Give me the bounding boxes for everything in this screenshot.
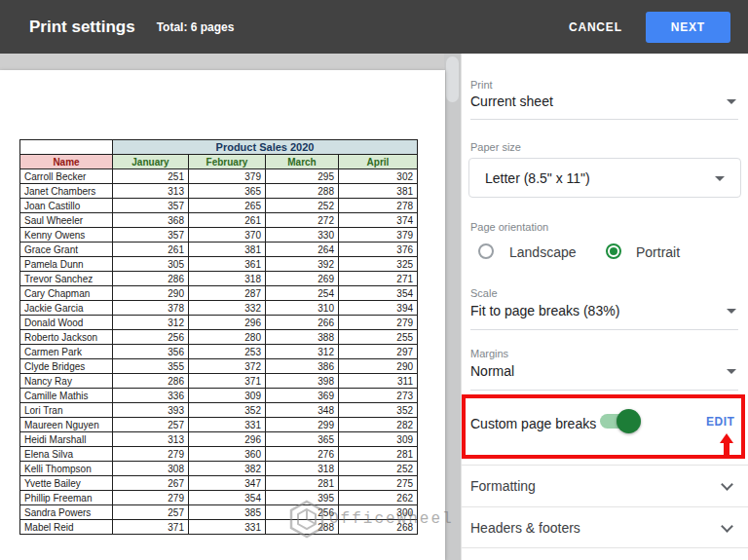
- headers-footers-section-header[interactable]: Headers & footers: [470, 520, 580, 536]
- table-row: Pamela Dunn305361392325: [20, 257, 418, 272]
- chevron-down-icon[interactable]: [727, 309, 736, 314]
- chevron-down-icon[interactable]: [727, 99, 736, 104]
- table-row: Sandra Powers257385256300: [20, 505, 418, 520]
- table-row: Yvette Bailey267347281275: [20, 476, 418, 491]
- custom-page-breaks-toggle[interactable]: [600, 414, 637, 429]
- table-row: Elena Silva279360276281: [20, 447, 418, 462]
- print-settings-panel: Print Current sheet Paper size Letter (8…: [461, 54, 748, 560]
- margins-dropdown[interactable]: Normal: [470, 363, 514, 379]
- row-value-cell: 296: [189, 316, 266, 330]
- row-value-cell: 273: [339, 389, 418, 403]
- row-value-cell: 251: [113, 169, 189, 184]
- row-name-cell: Carroll Becker: [20, 169, 113, 184]
- portrait-label[interactable]: Portrait: [636, 244, 680, 260]
- row-value-cell: 257: [113, 505, 189, 520]
- page-title: Print settings: [29, 18, 135, 37]
- row-value-cell: 276: [266, 447, 339, 462]
- row-value-cell: 279: [113, 447, 189, 462]
- row-name-cell: Heidi Marshall: [20, 432, 113, 447]
- landscape-radio[interactable]: [478, 243, 494, 259]
- row-value-cell: 255: [339, 330, 418, 345]
- spreadsheet-preview-table: Product Sales 2020 Name January February…: [19, 139, 418, 535]
- edit-page-breaks-link[interactable]: EDIT: [706, 415, 734, 429]
- formatting-section-header[interactable]: Formatting: [470, 478, 536, 494]
- row-value-cell: 381: [339, 184, 418, 199]
- row-value-cell: 318: [189, 272, 266, 286]
- row-value-cell: 300: [339, 505, 418, 520]
- print-dropdown[interactable]: Current sheet: [470, 93, 553, 109]
- chevron-down-icon[interactable]: [721, 520, 733, 533]
- row-value-cell: 279: [339, 316, 418, 330]
- row-value-cell: 312: [266, 345, 339, 359]
- row-value-cell: 310: [266, 301, 339, 316]
- header-actions: CANCEL NEXT: [569, 12, 730, 43]
- column-header-name: Name: [20, 155, 113, 169]
- chevron-down-icon[interactable]: [727, 369, 736, 374]
- preview-scrollbar-thumb[interactable]: [446, 56, 459, 102]
- chevron-down-icon[interactable]: [721, 478, 733, 491]
- row-name-cell: Phillip Freeman: [20, 491, 113, 505]
- chevron-down-icon: [715, 176, 725, 181]
- row-value-cell: 398: [266, 374, 339, 389]
- empty-corner-cell: [20, 140, 113, 155]
- table-row: Janet Chambers313365288381: [20, 184, 418, 199]
- row-value-cell: 388: [266, 330, 339, 345]
- row-value-cell: 272: [266, 213, 339, 228]
- row-name-cell: Clyde Bridges: [20, 359, 113, 374]
- margins-label: Margins: [470, 348, 508, 359]
- row-name-cell: Donald Wood: [20, 316, 113, 330]
- table-row: Saul Wheeler368261272374: [20, 213, 418, 228]
- row-value-cell: 268: [339, 520, 418, 535]
- portrait-radio[interactable]: [606, 243, 621, 259]
- row-name-cell: Roberto Jackson: [20, 330, 113, 345]
- row-name-cell: Grace Grant: [20, 243, 113, 257]
- row-value-cell: 282: [339, 418, 418, 432]
- row-value-cell: 280: [189, 330, 266, 345]
- row-value-cell: 265: [189, 199, 266, 213]
- row-value-cell: 330: [266, 228, 339, 243]
- row-name-cell: Kenny Owens: [20, 228, 113, 243]
- row-value-cell: 379: [189, 169, 266, 184]
- row-name-cell: Carmen Park: [20, 345, 113, 359]
- row-value-cell: 354: [339, 286, 418, 301]
- row-value-cell: 378: [113, 301, 189, 316]
- table-row: Carroll Becker251379295302: [20, 169, 418, 184]
- landscape-label[interactable]: Landscape: [509, 244, 577, 260]
- row-value-cell: 267: [113, 476, 189, 491]
- table-row: Donald Wood312296266279: [20, 316, 418, 330]
- row-value-cell: 309: [339, 432, 418, 447]
- row-value-cell: 370: [189, 228, 266, 243]
- table-row: Roberto Jackson256280388255: [20, 330, 418, 345]
- scale-dropdown[interactable]: Fit to page breaks (83%): [470, 303, 619, 318]
- row-value-cell: 299: [266, 418, 339, 432]
- row-value-cell: 309: [189, 389, 266, 403]
- row-value-cell: 394: [339, 301, 418, 316]
- cancel-button[interactable]: CANCEL: [569, 20, 622, 34]
- row-name-cell: Cary Chapman: [20, 286, 113, 301]
- orientation-options: Landscape Portrait: [470, 243, 733, 262]
- row-name-cell: Trevor Sanchez: [20, 272, 113, 286]
- table-row: Joan Castillo357265252278: [20, 199, 418, 213]
- row-value-cell: 256: [266, 505, 339, 520]
- preview-scrollbar-track[interactable]: [444, 54, 461, 560]
- row-value-cell: 365: [189, 184, 266, 199]
- print-preview-pane: Product Sales 2020 Name January February…: [0, 54, 461, 560]
- custom-page-breaks-label: Custom page breaks: [470, 416, 596, 431]
- divider: [462, 547, 748, 548]
- row-value-cell: 281: [339, 447, 418, 462]
- row-value-cell: 381: [189, 243, 266, 257]
- row-value-cell: 361: [189, 257, 266, 272]
- next-button[interactable]: NEXT: [646, 12, 730, 43]
- row-value-cell: 376: [339, 243, 418, 257]
- row-value-cell: 312: [113, 316, 189, 330]
- table-row: Kelli Thompson308382318252: [20, 462, 418, 476]
- paper-size-dropdown[interactable]: Letter (8.5" x 11"): [468, 158, 741, 198]
- row-name-cell: Janet Chambers: [20, 184, 113, 199]
- table-row: Nancy Ray286371398311: [20, 374, 418, 389]
- row-value-cell: 275: [339, 476, 418, 491]
- row-value-cell: 313: [113, 184, 189, 199]
- row-name-cell: Elena Silva: [20, 447, 113, 462]
- row-value-cell: 392: [266, 257, 339, 272]
- table-row: Cary Chapman290287254354: [20, 286, 418, 301]
- column-header-march: March: [266, 155, 339, 169]
